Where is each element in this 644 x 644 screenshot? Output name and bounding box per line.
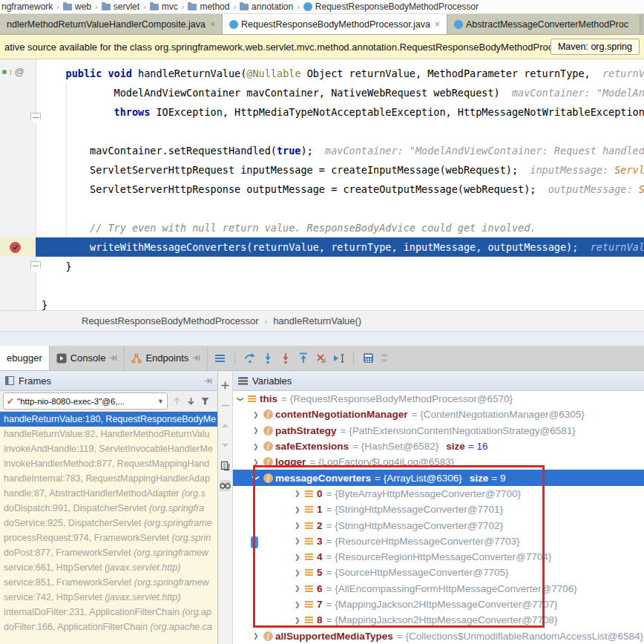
step-into-icon[interactable] [261,352,274,364]
remove-watch-icon[interactable] [220,400,231,411]
breadcrumb-item[interactable]: RequestResponseBodyMethodProcessor › [303,1,479,12]
show-watches-icon[interactable] [220,480,231,491]
stack-frame-row[interactable]: doService:925, DispatcherServlet (org.sp… [0,516,217,530]
stack-frame-row[interactable]: handleInternal:783, RequestMappingHandle… [0,471,217,486]
variable-row[interactable]: allSupportedMediaTypes = {Collections$Un… [233,628,644,643]
step-over-icon[interactable] [243,352,256,364]
stack-frame-row[interactable]: handle:87, AbstractHandlerMethodAdapter … [0,486,217,501]
chevron-icon[interactable] [253,427,263,434]
chevron-icon[interactable] [295,506,305,513]
frame-location: handle:87, AbstractHandlerMethodAdapter [4,488,182,499]
stack-frame-row[interactable]: doDispatch:991, DispatcherServlet (org.s… [0,501,217,516]
maven-library-button[interactable]: Maven: org.spring [551,39,640,55]
variable-row[interactable]: 5 = {SourceHttpMessageConverter@7705} [233,565,644,580]
move-down-icon[interactable] [220,440,231,451]
variable-row[interactable]: 2 = {StringHttpMessageConverter@7702} [233,517,644,533]
chevron-icon[interactable] [295,601,305,608]
frame-up-icon[interactable] [172,396,182,406]
frame-location: internalDoFilter:231, ApplicationFilterC… [4,607,182,617]
breadcrumb-item[interactable]: annotation › [240,1,303,12]
breadcrumb-item[interactable]: mvc › [150,1,188,12]
code-editor[interactable]: @Override public void handleReturnValue(… [0,59,644,310]
variable-name: 5 [317,567,323,578]
jump-to-icon[interactable] [204,377,212,385]
breakpoint-icon[interactable] [10,242,21,253]
chevron-separator-icon: › [297,2,300,11]
breadcrumb-class[interactable]: RequestResponseBodyMethodProcessor [82,315,258,326]
stack-frame-row[interactable]: service:742, HttpServlet (javax.servlet.… [0,590,217,605]
filter-frames-icon[interactable] [200,396,210,406]
variable-row[interactable]: messageConverters = {ArrayList@6306} siz… [233,470,644,485]
variable-row[interactable]: 7 = {MappingJackson2HttpMessageConverter… [233,597,644,612]
chevron-icon[interactable] [295,569,305,576]
force-step-into-icon[interactable] [279,352,292,364]
variable-row[interactable]: 0 = {ByteArrayHttpMessageConverter@7700} [233,486,644,502]
variables-menu-icon[interactable] [238,377,248,385]
chevron-icon[interactable] [253,459,263,466]
chevron-icon[interactable] [253,411,263,418]
close-icon[interactable]: × [435,19,440,30]
stack-frame-row[interactable]: doPost:877, FrameworkServlet (org.spring… [0,545,217,560]
chevron-icon[interactable] [237,395,248,403]
override-gutter-marks[interactable]: ↑ @ [2,67,24,76]
breadcrumb-item[interactable]: method › [188,1,240,12]
variable-value: = {StringHttpMessageConverter@7702} [326,520,503,531]
stack-frame-row[interactable]: handleReturnValue:82, HandlerMethodRetur… [0,427,217,441]
variable-row[interactable]: pathStrategy = {PathExtensionContentNego… [233,423,644,438]
annotation-handle[interactable] [251,536,258,548]
variable-row[interactable]: 8 = {MappingJackson2HttpMessageConverter… [233,612,644,628]
move-up-icon[interactable] [220,420,231,431]
chevron-icon[interactable] [253,474,263,482]
stack-frame-row[interactable]: service:661, HttpServlet (javax.servlet.… [0,560,217,575]
variable-row[interactable]: contentNegotiationManager = {ContentNego… [233,407,644,422]
stack-frame-row[interactable]: invokeAndHandle:119, ServletInvocableHan… [0,441,217,456]
chevron-icon[interactable] [295,522,305,529]
stack-frame-row[interactable]: doFilter:166, ApplicationFilterChain (or… [0,620,217,634]
run-to-cursor-icon[interactable] [332,352,345,364]
breadcrumb-item[interactable]: web › [63,1,102,12]
tab-endpoints[interactable]: Endpoints [125,346,208,370]
variable-value: = {MappingJackson2HttpMessageConverter@7… [326,614,558,625]
breadcrumb-item[interactable]: servlet › [102,1,150,12]
toolbar-separator [234,352,235,365]
thread-dropdown[interactable]: ✓ "http-nio-8080-exec-3"@6,... ▼ [3,392,168,410]
variable-row[interactable]: 1 = {StringHttpMessageConverter@7701} [233,502,644,517]
stack-frame-row[interactable]: processRequest:974, FrameworkServlet (or… [0,530,217,545]
variable-row[interactable]: 6 = {AllEncompassingFormHttpMessageConve… [233,581,644,597]
evaluate-expression-icon[interactable] [362,352,375,364]
stack-frame-row[interactable]: service:851, FrameworkServlet (org.sprin… [0,575,217,590]
editor-tab[interactable]: AbstractMessageConverterMethodProc [447,14,640,34]
drop-frame-icon[interactable] [315,352,327,364]
stack-frame-row[interactable]: internalDoFilter:231, ApplicationFilterC… [0,605,217,620]
variable-row[interactable]: safeExtensions = {HashSet@6582} size = 1… [233,438,644,454]
tab-debugger[interactable]: ebugger [0,346,50,370]
chevron-separator-icon: › [143,2,146,11]
editor-tab-label: RequestResponseBodyMethodProcessor.java [241,19,430,30]
chevron-icon[interactable] [295,585,305,592]
variable-row[interactable]: logger = {LogFactory$Log4jLog@6583} [233,454,644,470]
chevron-icon[interactable] [253,632,263,640]
chevron-icon[interactable] [295,553,305,561]
chevron-icon[interactable] [295,617,305,624]
settings-menu-icon[interactable] [214,352,226,364]
step-out-icon[interactable] [297,352,309,364]
variable-row[interactable]: 3 = {ResourceHttpMessageConverter@7703} [233,533,644,549]
add-watch-icon[interactable] [220,380,231,391]
copy-stack-icon[interactable] [220,460,231,471]
chevron-icon[interactable] [295,537,305,545]
stack-frame-row[interactable]: invokeHandlerMethod:877, RequestMappingH… [0,456,217,471]
breadcrumb-item[interactable]: ngframework › [1,1,63,12]
tab-console[interactable]: Console [50,346,125,370]
chevron-icon[interactable] [295,490,305,497]
editor-tab[interactable]: RequestResponseBodyMethodProcessor.java … [223,14,447,34]
chevron-icon[interactable] [253,443,263,450]
frame-down-icon[interactable] [186,396,196,406]
variable-row[interactable]: this = {RequestResponseBodyMethodProcess… [233,391,644,407]
variable-row[interactable]: 4 = {ResourceRegionHttpMessageConverter@… [233,549,644,565]
layout-settings-icon[interactable] [380,352,392,364]
breadcrumb-method[interactable]: handleReturnValue() [273,315,361,326]
close-icon[interactable]: × [210,19,215,30]
stack-frame-row[interactable]: handleReturnValue:180, RequestResponseBo… [0,412,217,427]
editor-tab[interactable]: ndlerMethodReturnValueHandlerComposite.j… [0,14,223,34]
debug-step-toolbar [208,346,392,370]
